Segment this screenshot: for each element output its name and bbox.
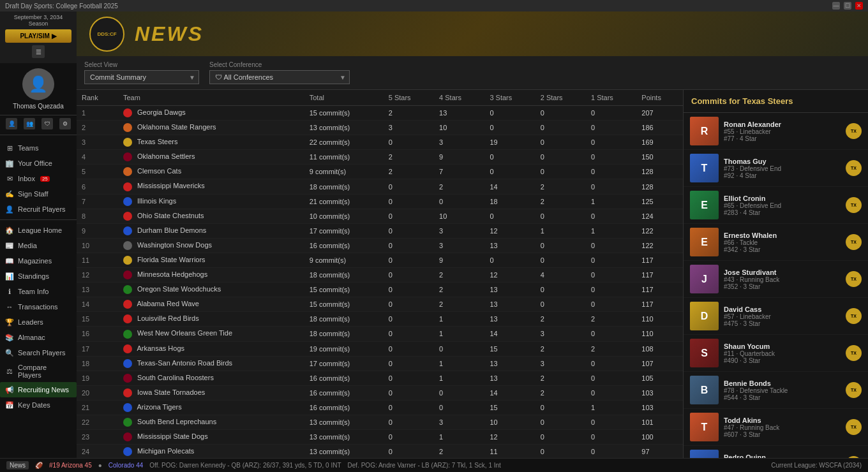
sidebar-item-transactions[interactable]: ↔ Transactions — [0, 299, 77, 314]
cell-points: 125 — [636, 194, 683, 209]
sidebar-label-search-players: Search Players — [18, 349, 66, 357]
commit-list-item[interactable]: T Thomas Guy #73 · Defensive End #92 · 4… — [684, 150, 868, 187]
profile-icon[interactable]: 👤 — [6, 118, 17, 129]
table-row[interactable]: 11 Florida State Warriors 9 commit(s) 0 … — [77, 253, 683, 267]
sidebar-item-media[interactable]: 📰 Media — [0, 238, 77, 253]
cell-5stars: 0 — [384, 209, 434, 223]
sidebar-item-teams[interactable]: ⊞ Teams — [0, 140, 77, 156]
table-row[interactable]: 24 Michigan Polecats 13 commit(s) 0 2 11… — [77, 445, 683, 458]
table-row[interactable]: 19 South Carolina Roosters 16 commit(s) … — [77, 371, 683, 385]
table-row[interactable]: 6 Mississippi Mavericks 18 commit(s) 0 2… — [77, 179, 683, 194]
commit-list-item[interactable]: D David Cass #57 · Linebacker #475 · 3 S… — [684, 298, 868, 335]
cell-total: 9 commit(s) — [304, 253, 384, 267]
people-icon[interactable]: 👥 — [24, 118, 35, 129]
table-row[interactable]: 12 Minnesota Hedgehogs 18 commit(s) 0 2 … — [77, 268, 683, 283]
table-row[interactable]: 10 Washington Snow Dogs 16 commit(s) 0 3… — [77, 238, 683, 253]
commit-list-item[interactable]: E Ernesto Whalen #66 · Tackle #342 · 3 S… — [684, 224, 868, 261]
cell-4stars: 3 — [434, 238, 484, 253]
commit-list-item[interactable]: E Elliot Cronin #65 · Defensive End #283… — [684, 187, 868, 224]
sidebar-item-inbox[interactable]: ✉ Inbox 25 — [0, 171, 77, 186]
sidebar-item-team-info[interactable]: ℹ Team Info — [0, 284, 77, 299]
conference-select[interactable]: 🛡 All Conferences — [209, 70, 350, 84]
cell-3stars: 10 — [484, 415, 535, 429]
maximize-btn[interactable]: ☐ — [844, 2, 851, 10]
sidebar-label-magazines: Magazines — [18, 257, 52, 265]
team-logo-small: TX — [846, 234, 862, 250]
cell-2stars: 0 — [535, 150, 586, 165]
cell-1stars: 0 — [586, 135, 636, 150]
commit-list-item[interactable]: J Jose Sturdivant #43 · Running Back #35… — [684, 261, 868, 298]
table-row[interactable]: 14 Alabama Red Wave 15 commit(s) 0 2 13 … — [77, 297, 683, 312]
cell-total: 13 commit(s) — [304, 445, 384, 458]
cell-4stars: 3 — [434, 223, 484, 238]
commit-avatar: D — [690, 302, 719, 330]
sidebar-item-compare-players[interactable]: ⚖ Compare Players — [0, 360, 77, 382]
table-row[interactable]: 23 Mississippi State Dogs 13 commit(s) 0… — [77, 430, 683, 445]
table-row[interactable]: 9 Durham Blue Demons 17 commit(s) 0 3 12… — [77, 223, 683, 238]
cell-4stars: 10 — [434, 121, 484, 135]
table-row[interactable]: 13 Oregon State Woodchucks 15 commit(s) … — [77, 283, 683, 297]
commit-list-item[interactable]: B Bennie Bonds #78 · Defensive Tackle #5… — [684, 372, 868, 409]
view-select[interactable]: Commit Summary — [84, 70, 199, 84]
cell-team: Ohio State Chestnuts — [118, 209, 304, 223]
shield-icon[interactable]: 🛡 — [41, 118, 53, 129]
table-row[interactable]: 17 Arkansas Hogs 19 commit(s) 0 0 15 2 2… — [77, 341, 683, 356]
table-row[interactable]: 4 Oklahoma Settlers 11 commit(s) 2 9 0 0… — [77, 150, 683, 165]
table-row[interactable]: 22 South Bend Leprechauns 13 commit(s) 0… — [77, 415, 683, 429]
table-row[interactable]: 2 Oklahoma State Rangers 13 commit(s) 3 … — [77, 121, 683, 135]
play-sim-button[interactable]: PLAY/SIM ▶ — [5, 29, 71, 43]
sidebar-item-magazines[interactable]: 📖 Magazines — [0, 253, 77, 269]
table-row[interactable]: 1 Georgia Dawgs 15 commit(s) 2 13 0 0 0 … — [77, 106, 683, 121]
commit-list-item[interactable]: T Todd Akins #47 · Running Back #607 · 3… — [684, 409, 868, 446]
pog-off: Off. POG: Darren Kennedy - QB (ARZ): 26/… — [149, 462, 341, 469]
minimize-btn[interactable]: — — [832, 2, 840, 10]
sidebar-item-search-players[interactable]: 🔍 Search Players — [0, 345, 77, 360]
news-tab[interactable]: News — [6, 461, 29, 469]
commit-info: Ronan Alexander #55 · Linebacker #77 · 4… — [724, 121, 841, 142]
header-banner: DDS:CF NEWS — [77, 11, 868, 56]
cell-5stars: 0 — [384, 283, 434, 297]
table-row[interactable]: 3 Texas Steers 22 commit(s) 0 3 19 0 0 1… — [77, 135, 683, 150]
table-row[interactable]: 15 Louisville Red Birds 18 commit(s) 0 1… — [77, 312, 683, 327]
commit-name: Jose Sturdivant — [724, 269, 841, 276]
commit-list-item[interactable]: R Ronan Alexander #55 · Linebacker #77 ·… — [684, 113, 868, 150]
table-row[interactable]: 18 Texas-San Antonio Road Birds 17 commi… — [77, 356, 683, 371]
sidebar-item-recruit-players[interactable]: 👤 Recruit Players — [0, 202, 77, 217]
sidebar-label-sign-staff: Sign Staff — [18, 190, 49, 198]
cell-total: 13 commit(s) — [304, 121, 384, 135]
table-row[interactable]: 7 Illinois Kings 21 commit(s) 0 0 18 2 1… — [77, 194, 683, 209]
right-panel-title: Commits for Texas Steers — [684, 90, 868, 113]
sidebar-item-standings[interactable]: 📊 Standings — [0, 269, 77, 284]
sidebar-item-sign-staff[interactable]: ✍ Sign Staff — [0, 186, 77, 202]
cell-1stars: 1 — [586, 194, 636, 209]
commit-avatar: E — [690, 228, 719, 256]
table-row[interactable]: 16 West New Orleans Green Tide 18 commit… — [77, 327, 683, 341]
cell-points: 101 — [636, 415, 683, 429]
hamburger-menu-icon[interactable]: ☰ — [32, 45, 45, 58]
sidebar-item-your-office[interactable]: 🏢 Your Office — [0, 156, 77, 171]
table-row[interactable]: 5 Clemson Cats 9 commit(s) 2 7 0 0 0 128 — [77, 165, 683, 179]
commit-list-item[interactable]: P Pedro Quinn #80 · Wide Receiver #791 ·… — [684, 446, 868, 458]
sidebar-item-league-home[interactable]: 🏠 League Home — [0, 223, 77, 238]
cell-rank: 20 — [77, 385, 118, 400]
table-row[interactable]: 8 Ohio State Chestnuts 10 commit(s) 0 10… — [77, 209, 683, 223]
cell-2stars: 2 — [535, 312, 586, 327]
cell-team: South Carolina Roosters — [118, 371, 304, 385]
right-panel: Commits for Texas Steers R Ronan Alexand… — [683, 90, 868, 458]
settings-icon[interactable]: ⚙ — [59, 118, 71, 129]
sidebar-item-recruiting-news[interactable]: 📢 Recruiting News — [0, 382, 77, 397]
cell-total: 18 commit(s) — [304, 327, 384, 341]
cell-rank: 23 — [77, 430, 118, 445]
cell-2stars: 0 — [535, 135, 586, 150]
sidebar-item-key-dates[interactable]: 📅 Key Dates — [0, 397, 77, 413]
sidebar-item-leaders[interactable]: 🏆 Leaders — [0, 314, 77, 330]
commit-stars: #283 · 4 Star — [724, 209, 841, 216]
close-btn[interactable]: ✕ — [855, 2, 863, 10]
sidebar-item-almanac[interactable]: 📚 Almanac — [0, 330, 77, 345]
table-row[interactable]: 21 Arizona Tigers 16 commit(s) 0 0 15 0 … — [77, 400, 683, 415]
cell-5stars: 0 — [384, 371, 434, 385]
cell-4stars: 3 — [434, 135, 484, 150]
commit-list-item[interactable]: S Shaun Yocum #11 · Quarterback #490 · 3… — [684, 335, 868, 372]
table-row[interactable]: 20 Iowa State Tornadoes 16 commit(s) 0 0… — [77, 385, 683, 400]
cell-5stars: 0 — [384, 238, 434, 253]
